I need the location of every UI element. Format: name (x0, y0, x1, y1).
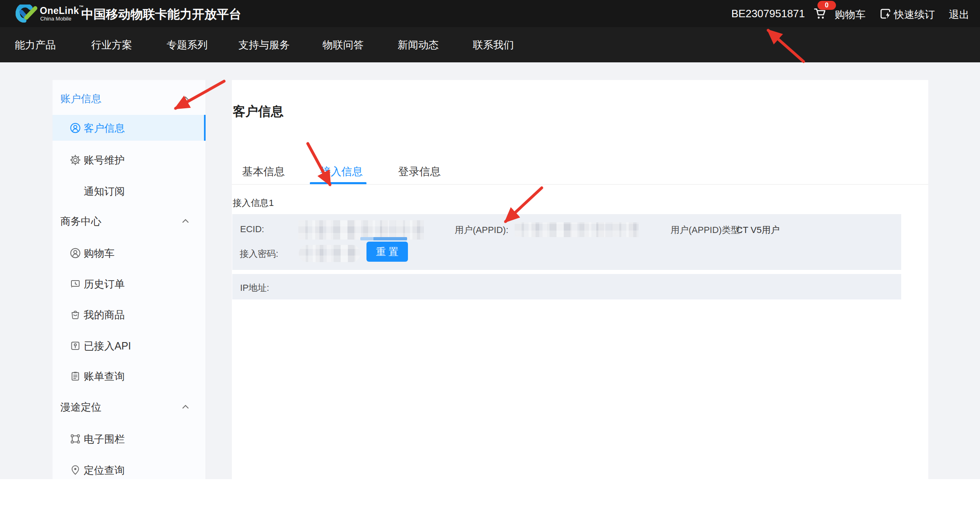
sidebar-item-label: 我的商品 (84, 308, 125, 322)
user-circle-icon (70, 122, 81, 133)
shopping-bag-icon (70, 309, 81, 320)
tab-access-info[interactable]: 接入信息 (320, 164, 363, 179)
sidebar-item-my-products[interactable]: 我的商品 (53, 301, 206, 328)
nav-item-solutions[interactable]: 行业方案 (91, 27, 132, 62)
nav-item-products[interactable]: 能力产品 (15, 27, 56, 62)
ip-address-card: IP地址: (232, 274, 901, 299)
topbar: OneLink™ China Mobile 中国移动物联卡能力开放平台 BE23… (0, 0, 980, 27)
sidebar-item-history-orders[interactable]: 历史订单 (53, 271, 206, 297)
ecid-value-redacted (298, 220, 424, 240)
fence-icon (70, 434, 81, 445)
content-panel: 客户信息 基本信息 接入信息 登录信息 接入信息1 ECID: 用户(APPID… (232, 80, 928, 507)
appid-label: 用户(APPID): (455, 224, 508, 236)
sidebar-item-electronic-fence[interactable]: 电子围栏 (53, 426, 206, 452)
chevron-up-icon (182, 96, 189, 101)
access-info-section-label: 接入信息1 (233, 197, 274, 209)
tab-basic-info[interactable]: 基本信息 (242, 164, 285, 179)
sidebar-item-label: 定位查询 (84, 464, 125, 477)
appid-type-label: 用户(APPID)类型: (671, 224, 742, 236)
nav-item-qa[interactable]: 物联问答 (323, 27, 364, 62)
sidebar-item-label: 电子围栏 (84, 432, 125, 446)
sidebar-item-label: 通知订阅 (84, 185, 125, 198)
tab-divider (232, 184, 928, 185)
history-order-icon (70, 279, 81, 290)
sidebar-item-location-query[interactable]: 定位查询 (53, 457, 206, 479)
location-pin-icon (70, 465, 81, 476)
api-box-icon (70, 340, 81, 352)
bill-icon (70, 371, 81, 382)
sidebar-item-label: 客户信息 (84, 121, 125, 135)
tab-login-info[interactable]: 登录信息 (398, 164, 441, 179)
account-id: BE2307951871 (731, 7, 805, 20)
sidebar-item-label: 账单查询 (84, 370, 125, 383)
access-password-value-redacted (299, 245, 360, 262)
reset-password-button[interactable]: 重 置 (366, 242, 408, 262)
page-title: 客户信息 (233, 103, 284, 120)
sidebar-section-label: 账户信息 (60, 92, 101, 105)
sidebar-section-label: 商务中心 (60, 215, 101, 228)
main-nav: 能力产品 行业方案 专题系列 支持与服务 物联问答 新闻动态 联系我们 (0, 27, 980, 62)
sidebar-item-bill-query[interactable]: 账单查询 (53, 363, 206, 389)
page: OneLink™ China Mobile 中国移动物联卡能力开放平台 BE23… (0, 0, 980, 507)
sidebar: 账户信息 客户信息 账号维护 (53, 80, 206, 479)
sidebar-item-shopping-cart[interactable]: 购物车 (53, 240, 206, 266)
sidebar-section-business-center[interactable]: 商务中心 (53, 208, 206, 234)
sidebar-item-notification-subscription[interactable]: 通知订阅 (53, 178, 206, 204)
cart-badge: 0 (817, 1, 836, 10)
ecid-label: ECID: (240, 224, 264, 235)
sidebar-item-customer-info[interactable]: 客户信息 (53, 115, 206, 141)
sidebar-section-mantu-location[interactable]: 漫途定位 (53, 394, 206, 420)
redaction-artifact-bar (360, 237, 407, 240)
gear-icon (70, 155, 81, 166)
sidebar-item-label: 购物车 (84, 247, 114, 260)
chevron-up-icon (182, 405, 189, 409)
sidebar-item-label: 已接入API (84, 339, 131, 353)
quick-renew-link[interactable]: 快速续订 (894, 8, 935, 21)
nav-item-contact[interactable]: 联系我们 (473, 27, 514, 62)
nav-item-support[interactable]: 支持与服务 (238, 27, 290, 62)
access-password-label: 接入密码: (240, 248, 278, 260)
quick-renew-icon[interactable] (879, 8, 891, 20)
platform-title: 中国移动物联卡能力开放平台 (81, 6, 241, 23)
chevron-up-icon (182, 219, 189, 224)
sidebar-section-account[interactable]: 账户信息 (53, 85, 206, 112)
sidebar-item-account-maintenance[interactable]: 账号维护 (53, 147, 206, 173)
sidebar-item-label: 历史订单 (84, 277, 125, 291)
user-circle-icon (70, 248, 81, 259)
sidebar-section-label: 漫途定位 (60, 400, 101, 414)
appid-value-redacted (515, 222, 639, 237)
brand-subtitle: China Mobile (40, 16, 71, 22)
sidebar-item-label: 账号维护 (84, 153, 125, 167)
cart-link[interactable]: 购物车 (835, 8, 866, 21)
ip-address-label: IP地址: (240, 282, 269, 294)
appid-type-value: CT V5用户 (736, 224, 780, 236)
onelink-logo-icon (16, 5, 39, 23)
logout-link[interactable]: 退出 (949, 8, 969, 21)
brand-name: OneLink™ (40, 5, 84, 16)
access-info-card: ECID: 用户(APPID): 用户(APPID)类型: CT V5用户 接入… (232, 214, 901, 270)
nav-item-topics[interactable]: 专题系列 (167, 27, 208, 62)
nav-item-news[interactable]: 新闻动态 (398, 27, 439, 62)
sidebar-item-connected-api[interactable]: 已接入API (53, 333, 206, 359)
